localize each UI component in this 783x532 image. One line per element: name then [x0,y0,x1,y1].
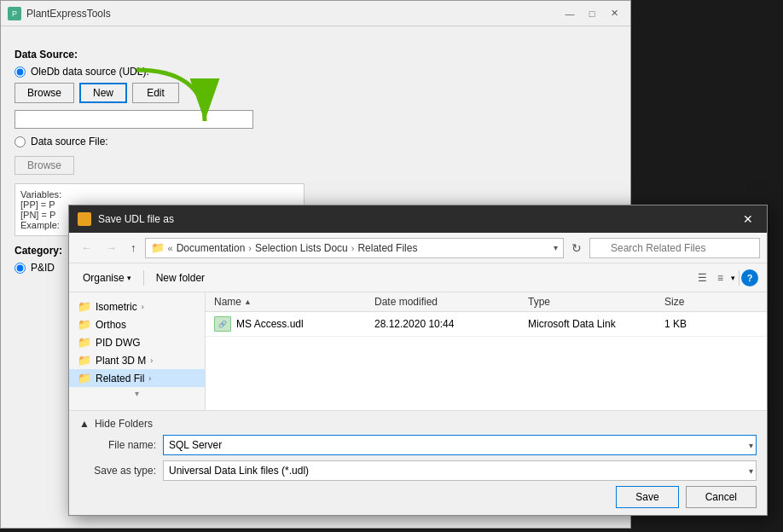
breadcrumb-current[interactable]: Related Files [357,242,417,254]
col-date-label: Date modified [374,296,438,308]
udl-path-input[interactable] [14,110,253,129]
pid-label: P&ID [31,262,55,274]
datasource-file-radio[interactable] [14,136,26,147]
maximize-button[interactable]: □ [583,6,601,21]
variables-line1: Variables: [20,189,299,200]
hide-folders-toggle[interactable]: ▲ Hide Folders [79,418,757,430]
col-size[interactable]: Size [664,296,733,308]
breadcrumb-arrow1: › [248,243,252,253]
col-date[interactable]: Date modified [374,296,528,308]
dialog-title-text: Save UDL file as [98,213,174,225]
nav-bar: ← → ↑ 📁 « Documentation › Selection List… [69,233,767,263]
datasource-file-label: Data source File: [31,136,108,147]
files-panel: Name ▲ Date modified Type Size 🔗 [206,292,767,410]
saveastype-label: Save as type: [79,465,156,477]
folder-chevron-plant3d: › [150,356,153,365]
forward-button[interactable]: → [101,238,122,257]
browse-file-button[interactable]: Browse [14,156,74,175]
folder-label-plant3d: Plant 3D M [96,355,146,367]
up-button[interactable]: ↑ [125,238,142,257]
col-name-sort: ▲ [244,298,252,306]
oledb-radio-row: OleDb data source (UDL): [14,66,617,78]
organise-menu[interactable]: Organise ▾ [78,269,136,286]
breadcrumb-folder-icon: 📁 [151,241,165,254]
datasource-file-radio-row: Data source File: [14,136,617,147]
folder-label-orthos: Orthos [96,319,126,331]
content-area: 📁 Isometric › 📁 Orthos 📁 PID DWG 📁 Plant… [69,292,767,410]
folder-label-isometric: Isometric [96,301,137,313]
file-size: 1 KB [664,318,733,330]
folder-label-relatedfiles: Related Fil [96,373,144,385]
search-input[interactable] [589,238,760,258]
breadcrumb-bar: 📁 « Documentation › Selection Lists Docu… [145,238,565,258]
help-button[interactable]: ? [741,269,758,286]
cancel-button[interactable]: Cancel [686,486,757,508]
breadcrumb-sellist[interactable]: Selection Lists Docu [255,242,348,254]
folder-icon-relatedfiles: 📁 [78,372,91,385]
refresh-button[interactable]: ↻ [567,239,586,257]
filename-input-wrap: ▾ [163,435,757,455]
back-button[interactable]: ← [76,238,97,257]
minimize-button[interactable]: — [560,6,579,21]
dialog-titlebar: Save UDL file as ✕ [69,205,767,233]
file-name-cell: 🔗 MS Access.udl [214,316,374,332]
saveastype-select[interactable]: Universal Data Link files (*.udl) [163,460,757,481]
folder-item-plant3d[interactable]: 📁 Plant 3D M › [69,351,205,369]
toolbar-sep2 [739,270,740,286]
folder-chevron-relatedfiles: › [148,374,151,383]
file-date: 28.12.2020 10:44 [374,318,528,330]
folder-icon-plant3d: 📁 [78,354,91,367]
table-row[interactable]: 🔗 MS Access.udl 28.12.2020 10:44 Microso… [206,312,767,337]
folder-panel: 📁 Isometric › 📁 Orthos 📁 PID DWG 📁 Plant… [69,292,206,410]
hide-folders-label: Hide Folders [95,418,153,430]
file-icon-text: 🔗 [218,321,227,328]
scroll-down-indicator: ▾ [69,387,205,400]
toolbar: Organise ▾ New folder ☰ ≡ ▾ ? [69,263,767,292]
save-dialog: Save UDL file as ✕ ← → ↑ 📁 « Documentati… [68,205,768,516]
col-name-label: Name [214,296,241,308]
datasource-buttons: Browse New Edit [14,83,617,103]
dialog-close-button[interactable]: ✕ [738,211,758,228]
organise-chevron: ▾ [127,274,131,282]
view-list-button[interactable]: ☰ [693,269,711,286]
folder-label-pid: PID DWG [96,337,141,349]
new-button[interactable]: New [79,83,127,103]
organise-label: Organise [83,272,125,284]
edit-button[interactable]: Edit [132,83,179,103]
filename-label: File name: [79,439,156,451]
view-details-button[interactable]: ≡ [713,269,728,286]
folder-chevron-isometric: › [142,303,144,311]
bg-window-title: PlantExpressTools [26,8,111,20]
new-folder-label: New folder [156,272,205,284]
search-wrapper: 🔍 [589,238,760,258]
folder-item-isometric[interactable]: 📁 Isometric › [69,298,205,315]
filename-row: File name: ▾ [79,435,757,455]
folder-item-pid[interactable]: 📁 PID DWG [69,333,205,351]
browse-button[interactable]: Browse [14,83,74,103]
file-type: Microsoft Data Link [528,318,664,330]
folder-icon-orthos: 📁 [78,318,91,331]
save-button[interactable]: Save [616,486,678,508]
view-chevron[interactable]: ▾ [729,271,737,285]
oledb-radio-label: OleDb data source (UDL): [31,66,149,78]
datasource-label: Data Source: [14,49,617,61]
oledb-radio[interactable] [14,66,26,78]
breadcrumb-doc[interactable]: Documentation [177,242,246,254]
close-window-button[interactable]: ✕ [605,6,624,21]
col-type[interactable]: Type [528,296,664,308]
file-type-icon: 🔗 [214,316,231,332]
dialog-title-left: Save UDL file as [78,212,174,226]
col-type-label: Type [528,296,550,308]
pid-radio[interactable] [14,263,26,274]
dialog-folder-icon [78,212,91,226]
col-name[interactable]: Name ▲ [214,296,374,308]
filename-input[interactable] [163,435,757,455]
saveastype-select-wrap: Universal Data Link files (*.udl) ▾ [163,460,757,481]
col-size-label: Size [664,296,684,308]
folder-item-relatedfiles[interactable]: 📁 Related Fil › [69,369,205,387]
files-header: Name ▲ Date modified Type Size [206,292,767,312]
folder-item-orthos[interactable]: 📁 Orthos [69,315,205,333]
new-folder-button[interactable]: New folder [151,269,210,286]
titlebar-controls: — □ ✕ [560,6,624,21]
col-extra [733,296,758,308]
